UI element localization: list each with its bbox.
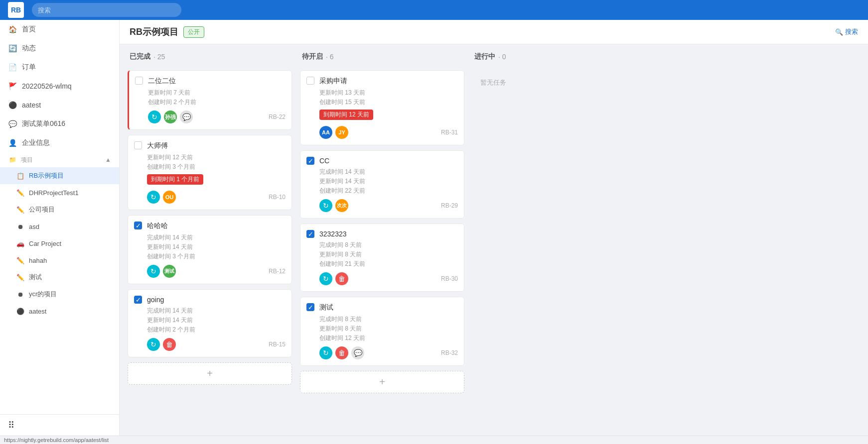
- grid-icon: ⠿: [8, 420, 14, 430]
- ycr-icon: ⏺: [16, 290, 25, 299]
- url-bar: https://nightly.getrebuild.com/app/aates…: [0, 436, 868, 444]
- column-in-progress-header: 进行中 · 0: [472, 52, 637, 65]
- column-pending-title: 待开启: [302, 52, 323, 61]
- car-icon: 🚗: [16, 239, 25, 248]
- sidebar-item-aatest[interactable]: ⚫ aatest: [0, 96, 119, 114]
- sidebar-sub-item-test[interactable]: ✏️ 测试: [0, 269, 119, 286]
- card-rb-12[interactable]: ✓ 哈哈哈 完成时间 14 天前 更新时间 14 天前 创建时间 3 个月前 ↻…: [128, 215, 292, 284]
- card-rb-30-completed: 完成时间 8 天前: [319, 241, 458, 249]
- sidebar-sub-rb-label: RB示例项目: [29, 171, 64, 180]
- card-rb-29-title: CC: [319, 157, 458, 165]
- top-bar: RB: [0, 0, 868, 20]
- card-rb-32-delete-btn[interactable]: 🗑: [335, 346, 348, 359]
- card-rb-22-message-btn[interactable]: 💬: [180, 111, 193, 123]
- sidebar-section-projects[interactable]: 📁 项目 ▲: [0, 152, 119, 167]
- sidebar-sub-item-car[interactable]: 🚗 Car Project: [0, 235, 119, 252]
- sidebar-sub-item-company-project[interactable]: ✏️ 公司项目: [0, 201, 119, 218]
- search-icon: 🔍: [835, 28, 843, 36]
- card-rb-32-message-btn[interactable]: 💬: [351, 346, 364, 359]
- card-rb-31-checkbox[interactable]: [306, 77, 314, 85]
- main-content: RB示例项目 公开 🔍 搜索 已完成 · 25 二: [120, 20, 868, 436]
- card-rb-32-id: RB-32: [441, 349, 458, 356]
- card-rb-30-checkbox[interactable]: ✓: [306, 230, 314, 238]
- company-project-icon: ✏️: [16, 205, 25, 214]
- card-rb-22-id: RB-22: [269, 113, 286, 120]
- column-in-progress: 进行中 · 0 暂无任务: [472, 52, 637, 428]
- card-rb-15-checkbox[interactable]: ✓: [134, 296, 142, 304]
- card-rb-15-delete-btn[interactable]: 🗑: [163, 338, 176, 351]
- card-rb-32-title: 测试: [319, 303, 458, 312]
- sidebar-item-home[interactable]: 🏠 首页: [0, 20, 119, 39]
- sidebar-item-test-menu-label: 测试菜单0616: [22, 119, 65, 128]
- card-rb-10-checkbox[interactable]: [134, 141, 142, 149]
- card-rb-31-tag: 到期时间 12 天前: [319, 110, 373, 120]
- add-card-completed[interactable]: +: [128, 362, 292, 385]
- sidebar-sub-item-ycr[interactable]: ⏺ ycr的项目: [0, 286, 119, 303]
- app-logo: RB: [8, 2, 24, 18]
- card-rb-32-checkbox[interactable]: ✓: [306, 303, 314, 311]
- content-header: RB示例项目 公开 🔍 搜索: [120, 20, 868, 44]
- sidebar-section-label: 项目: [21, 156, 33, 164]
- sidebar-item-activity[interactable]: 🔄 动态: [0, 39, 119, 58]
- hahah-icon: ✏️: [16, 256, 25, 265]
- card-rb-30[interactable]: ✓ 3232323 完成时间 8 天前 更新时间 8 天前 创建时间 21 天前…: [300, 223, 464, 292]
- card-rb-15-created: 创建时间 2 个月前: [147, 326, 286, 334]
- sidebar-sub-dhr-label: DHRProjectTest1: [29, 189, 79, 197]
- card-rb-15-refresh-btn[interactable]: ↻: [147, 338, 160, 351]
- card-rb-10[interactable]: 大师傅 更新时间 12 天前 创建时间 3 个月前 到期时间 1 个月前 ↻ O…: [128, 135, 292, 210]
- card-rb-29[interactable]: ✓ CC 完成时间 14 天前 更新时间 14 天前 创建时间 22 天前 ↻ …: [300, 150, 464, 219]
- sidebar-sub-item-asd[interactable]: ⏺ asd: [0, 218, 119, 235]
- card-rb-10-title: 大师傅: [147, 141, 286, 150]
- card-rb-29-checkbox[interactable]: ✓: [306, 157, 314, 165]
- column-in-progress-title: 进行中: [474, 52, 495, 61]
- card-rb-22-refresh-btn[interactable]: ↻: [148, 111, 161, 123]
- sidebar-item-test-menu[interactable]: 💬 测试菜单0616: [0, 114, 119, 133]
- column-completed-count: · 25: [153, 53, 165, 61]
- column-pending: 待开启 · 6 采购申请 更新时间 13 天前 创建时间 15 天前 到期时间 …: [300, 52, 464, 428]
- card-rb-30-title: 3232323: [319, 230, 458, 238]
- sidebar-sub-ycr-label: ycr的项目: [29, 290, 57, 299]
- card-rb-32-refresh-btn[interactable]: ↻: [319, 346, 332, 359]
- card-rb-31-created: 创建时间 15 天前: [319, 98, 458, 107]
- card-rb-12-title: 哈哈哈: [147, 222, 286, 230]
- circle-icon: ⚫: [8, 101, 17, 110]
- sidebar-item-project-20220526[interactable]: 🚩 20220526-wlmq: [0, 77, 119, 96]
- card-rb-22[interactable]: 二位二位 更新时间 7 天前 创建时间 2 个月前 ↻ 孙强 💬 RB-22: [128, 70, 292, 130]
- card-rb-29-completed: 完成时间 14 天前: [319, 168, 458, 176]
- card-rb-10-refresh-btn[interactable]: ↻: [147, 191, 160, 204]
- column-in-progress-empty: 暂无任务: [472, 70, 637, 95]
- sidebar-sub-item-dhr[interactable]: ✏️ DHRProjectTest1: [0, 184, 119, 201]
- card-rb-12-refresh-btn[interactable]: ↻: [147, 265, 160, 278]
- card-rb-12-avatar: 测试: [163, 265, 176, 278]
- card-rb-22-checkbox[interactable]: [135, 77, 143, 85]
- home-icon: 🏠: [8, 25, 17, 34]
- card-rb-30-delete-btn[interactable]: 🗑: [335, 272, 348, 285]
- card-rb-32-completed: 完成时间 8 天前: [319, 315, 458, 324]
- sidebar-footer[interactable]: ⠿: [0, 414, 119, 436]
- card-rb-29-id: RB-29: [441, 202, 458, 209]
- sidebar-sub-item-hahah[interactable]: ✏️ hahah: [0, 252, 119, 269]
- card-rb-31-title: 采购申请: [319, 77, 458, 86]
- sidebar-sub-item-aatest2[interactable]: ⚫ aatest: [0, 303, 119, 320]
- card-rb-30-created: 创建时间 21 天前: [319, 260, 458, 268]
- card-rb-29-updated: 更新时间 14 天前: [319, 177, 458, 186]
- top-search[interactable]: [32, 3, 181, 17]
- card-rb-29-refresh-btn[interactable]: ↻: [319, 199, 332, 212]
- url-text: https://nightly.getrebuild.com/app/aates…: [4, 437, 109, 443]
- card-rb-12-checkbox[interactable]: ✓: [134, 222, 142, 229]
- search-input[interactable]: [32, 3, 181, 17]
- card-rb-15[interactable]: ✓ going 完成时间 14 天前 更新时间 14 天前 创建时间 2 个月前…: [128, 289, 292, 357]
- sidebar-item-orders[interactable]: 📄 订单: [0, 58, 119, 77]
- message-icon: 💬: [8, 119, 17, 128]
- card-rb-12-id: RB-12: [269, 268, 286, 275]
- card-rb-31[interactable]: 采购申请 更新时间 13 天前 创建时间 15 天前 到期时间 12 天前 AA…: [300, 70, 464, 145]
- card-rb-30-refresh-btn[interactable]: ↻: [319, 272, 332, 285]
- sidebar-item-company[interactable]: 👤 企业信息: [0, 133, 119, 152]
- card-rb-32[interactable]: ✓ 测试 完成时间 8 天前 更新时间 8 天前 创建时间 12 天前 ↻ 🗑 …: [300, 297, 464, 366]
- search-button[interactable]: 🔍 搜索: [835, 27, 858, 36]
- sidebar-sub-item-rb-example[interactable]: 📋 RB示例项目: [0, 167, 119, 184]
- card-rb-31-id: RB-31: [441, 129, 458, 136]
- card-rb-15-title: going: [147, 296, 286, 304]
- flag-icon: 🚩: [8, 82, 17, 91]
- add-card-pending[interactable]: +: [300, 371, 464, 393]
